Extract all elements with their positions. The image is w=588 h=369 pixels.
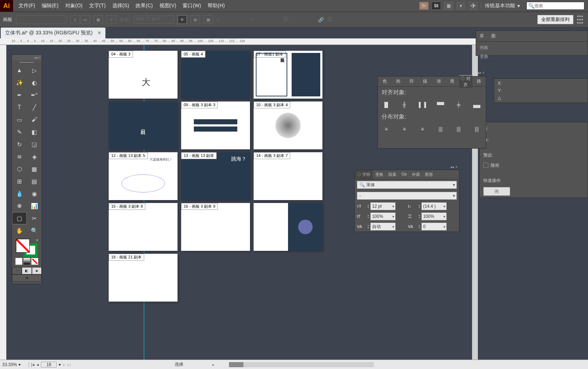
font-style-select[interactable]: -▾ xyxy=(357,192,457,200)
artboard-14[interactable]: 14 - 画板 3 副本 7 xyxy=(254,152,322,200)
tab-symbols[interactable]: 符 xyxy=(405,78,418,84)
tab-paragraph[interactable]: 段落 xyxy=(386,170,399,179)
collapse-icon[interactable]: ◂◂ xyxy=(477,71,481,75)
vscale-input[interactable]: 100%▾ xyxy=(370,212,396,220)
hscale-input[interactable]: 100%▾ xyxy=(421,212,447,220)
dist-hcenter-icon[interactable]: ||| xyxy=(454,124,463,134)
prev-artboard-icon[interactable]: ◂ xyxy=(37,362,39,367)
spinner[interactable]: ▲▼ xyxy=(367,204,370,209)
draw-inside-icon[interactable]: ◈ xyxy=(32,267,42,274)
spinner[interactable]: ▲▼ xyxy=(367,224,370,229)
menu-help[interactable]: 帮助(H) xyxy=(204,3,228,9)
tab-gradient[interactable]: 渐 xyxy=(432,78,445,84)
link-icon[interactable]: 🔗 xyxy=(318,17,324,22)
spinner[interactable]: ▲▼ xyxy=(418,204,421,209)
artboard-13[interactable]: 13 - 画板 13 副本 跳海？ xyxy=(181,152,250,200)
tab-transform[interactable]: 变换 xyxy=(373,170,386,179)
last-artboard-icon[interactable]: ▸| xyxy=(67,362,71,367)
next-artboard-icon[interactable]: ▸ xyxy=(63,362,65,367)
spinner[interactable]: ▲▼ xyxy=(418,214,421,219)
tools-header[interactable]: ◂◂× xyxy=(12,55,42,61)
artboard-17[interactable]: 17 - 画板 21 xyxy=(254,203,322,251)
close-icon[interactable]: × xyxy=(482,71,484,75)
lasso-tool[interactable]: ◐ xyxy=(27,76,42,89)
draw-normal-icon[interactable]: ▫ xyxy=(12,267,22,274)
collapse-icon[interactable]: ◂◂ xyxy=(34,56,38,59)
perspective-tool[interactable]: ▦ xyxy=(27,163,42,175)
panel-item-transform[interactable]: 变换 xyxy=(480,54,584,60)
spinner[interactable]: ▲▼ xyxy=(418,224,421,229)
artboard-12[interactable]: 12 - 画板 13 副本 5 只是跳海而已！ xyxy=(109,152,178,200)
artboard-09[interactable]: 09 - 画板 3 副本 3 xyxy=(181,101,250,149)
close-icon[interactable]: × xyxy=(97,30,101,36)
delete-artboard-icon[interactable]: 🗑 xyxy=(107,15,116,24)
free-transform-tool[interactable]: ◈ xyxy=(27,150,42,163)
pen-tool[interactable]: ✒ xyxy=(12,89,27,101)
artboard-16[interactable]: 16 - 画板 3 副本 9 xyxy=(181,203,250,251)
close-icon[interactable]: × xyxy=(39,56,41,59)
scroll-thumb[interactable] xyxy=(229,362,243,367)
rotate-tool[interactable]: ↻ xyxy=(12,138,27,150)
workspace-switcher[interactable]: 传统基本功能 ▾ xyxy=(481,3,524,9)
menu-type[interactable]: 文字(T) xyxy=(86,3,109,9)
tab-character[interactable]: ◇ 字符 xyxy=(355,170,373,179)
menu-file[interactable]: 文件(F) xyxy=(15,3,38,9)
artboard-07[interactable]: 07 - 画板1 副本 我要跳海 xyxy=(254,51,322,99)
color-mode-icon[interactable] xyxy=(15,258,22,265)
ref-point-icon[interactable]: ▦ xyxy=(204,15,213,24)
align-right-icon[interactable]: ▌▐ xyxy=(418,100,427,109)
arrange-dd-icon[interactable]: ▾ xyxy=(456,2,466,10)
search-input[interactable] xyxy=(534,3,583,8)
width-tool[interactable]: ≋ xyxy=(12,150,27,163)
close-icon[interactable]: × xyxy=(455,165,458,169)
dist-top-icon[interactable]: ≡ xyxy=(381,124,391,134)
align-bottom-icon[interactable]: ▄▄ xyxy=(472,100,481,109)
blend-tool[interactable]: ◉ xyxy=(27,187,42,200)
dist-left-icon[interactable]: ||| xyxy=(436,124,445,134)
rearrange-all-button[interactable]: 全部重新排列 xyxy=(537,15,574,24)
dist-vcenter-icon[interactable]: ≡ xyxy=(400,124,409,134)
tab-align[interactable]: ◇ 对齐 xyxy=(459,75,472,88)
spinner[interactable]: ▲▼ xyxy=(367,214,370,219)
menu-window[interactable]: 窗口(W) xyxy=(179,3,204,9)
shaper-tool[interactable]: ✎ xyxy=(12,126,27,138)
gradient-mode-icon[interactable] xyxy=(23,258,30,265)
artboard-05[interactable]: 05 - 画板 4 xyxy=(181,51,250,99)
gradient-tool[interactable]: ▤ xyxy=(27,175,42,187)
tab-graphic-styles[interactable]: 图形 xyxy=(422,170,435,179)
tab-color[interactable]: 色 xyxy=(378,78,391,84)
tracking-input[interactable]: 0▾ xyxy=(421,223,447,231)
fill-swatch[interactable] xyxy=(16,239,30,253)
artboard-10[interactable]: 10 - 画板 3 副本 4 xyxy=(254,101,322,149)
menu-object[interactable]: 对象(O) xyxy=(62,3,86,9)
direct-selection-tool[interactable]: ▷ xyxy=(27,64,42,76)
chevron-down-icon[interactable]: ▾ xyxy=(59,362,61,367)
menu-effect[interactable]: 效果(C) xyxy=(132,3,156,9)
symbol-sprayer-tool[interactable]: ❋ xyxy=(12,200,27,212)
artboard-08[interactable]: 08 - 画板 3 副本 2 日出 xyxy=(109,101,178,149)
mesh-tool[interactable]: ⊞ xyxy=(12,175,27,187)
leading-input[interactable]: (14.4 )▾ xyxy=(421,202,447,210)
fill-stroke-control[interactable]: ⤭ xyxy=(12,237,42,267)
line-tool[interactable]: ╱ xyxy=(27,101,42,113)
font-family-select[interactable]: 🔍宋体▾ xyxy=(357,181,457,189)
ctrl-name-input[interactable]: 画板 21 副本 xyxy=(134,16,174,24)
panel-item-artboards[interactable]: 画板 xyxy=(480,45,584,51)
ctrl-preset-select[interactable] xyxy=(16,15,67,24)
align-hcenter-icon[interactable]: ╫ xyxy=(400,100,409,109)
menu-edit[interactable]: 编辑(E) xyxy=(38,3,62,9)
eraser-tool[interactable]: ◧ xyxy=(27,126,42,138)
document-tab[interactable]: 立体书.ai* @ 33.33% (RGB/GPU 预览) × xyxy=(1,28,105,38)
tab-opentype[interactable]: Op xyxy=(399,170,409,179)
tab-transparency[interactable]: 透 xyxy=(445,78,459,84)
publish-icon[interactable]: ✈ xyxy=(468,2,478,10)
zoom-select[interactable]: 33.33%▾ xyxy=(0,362,29,367)
screen-mode-button[interactable]: ▫▾ xyxy=(12,274,42,282)
tab-layers[interactable]: 图 xyxy=(488,31,499,41)
checkbox-with-art[interactable] xyxy=(483,163,488,168)
tab-swatches[interactable]: 画 xyxy=(391,78,405,84)
bridge-icon[interactable]: Br xyxy=(419,2,429,10)
paintbrush-tool[interactable]: 🖌 xyxy=(27,113,42,126)
dist-bottom-icon[interactable]: ≡ xyxy=(418,124,427,134)
eyedropper-tool[interactable]: 💧 xyxy=(12,187,27,200)
